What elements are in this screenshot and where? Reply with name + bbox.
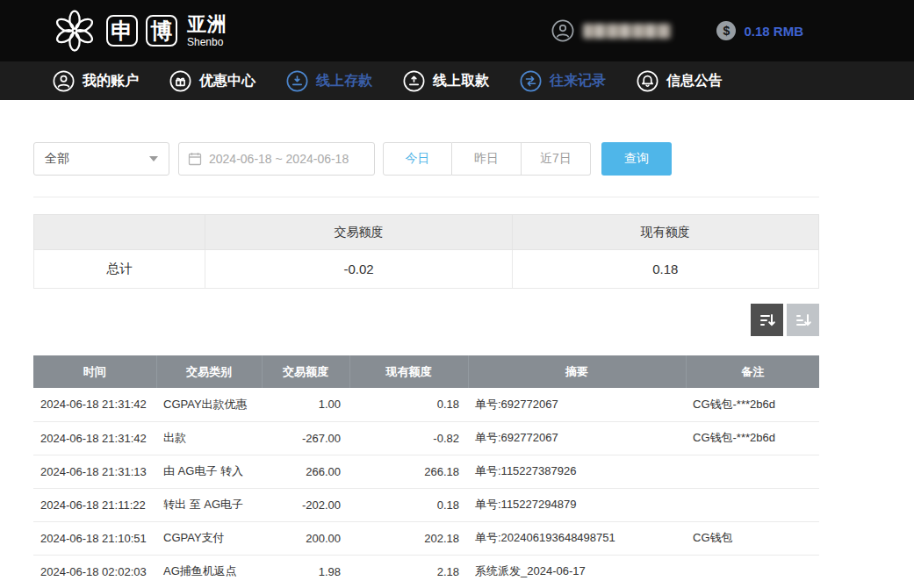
nav-label: 线上取款: [433, 72, 489, 90]
col-header-type: 交易类别: [156, 355, 262, 388]
table-cell: 2024-06-18 21:31:42: [33, 421, 156, 455]
yesterday-button[interactable]: 昨日: [452, 142, 522, 176]
table-cell: 单号:202406193648498751: [468, 521, 686, 555]
sort-ascending-button[interactable]: [787, 304, 819, 336]
table-row: 2024-06-18 21:31:42出款-267.00-0.82单号:6927…: [33, 421, 819, 455]
nav-label: 往来记录: [550, 72, 606, 90]
table-cell: 266.00: [262, 455, 349, 488]
brand-char-shen: 申: [106, 15, 138, 47]
table-cell: 转出 至 AG电子: [156, 488, 262, 521]
date-range-value: 2024-06-18 ~ 2024-06-18: [209, 152, 349, 166]
user-account[interactable]: [551, 19, 671, 42]
brand-subtitle: Shenbo: [187, 37, 227, 47]
top-header: 申 博 亚洲 Shenbo $ 0.18 RMB: [0, 0, 914, 61]
balance-amount: 0.18 RMB: [744, 24, 803, 39]
gift-icon: [169, 70, 191, 92]
brand-logo[interactable]: 申 博 亚洲 Shenbo: [51, 7, 227, 54]
date-range-input[interactable]: 2024-06-18 ~ 2024-06-18: [178, 142, 375, 176]
table-cell: -0.82: [349, 421, 468, 455]
transfer-arrows-icon: [520, 70, 542, 92]
brand-char-bo: 博: [146, 15, 177, 47]
nav-label: 优惠中心: [199, 72, 255, 90]
table-cell: AG捕鱼机返点: [156, 555, 262, 588]
masked-username: [583, 24, 671, 39]
nav-item-transaction-records[interactable]: 往来记录: [520, 70, 606, 92]
last-7-days-button[interactable]: 近7日: [522, 142, 591, 176]
calendar-icon: [188, 152, 202, 166]
type-filter-select[interactable]: 全部: [33, 142, 169, 176]
table-row: 2024-06-18 02:02:03AG捕鱼机返点1.982.18系统派发_2…: [33, 555, 819, 588]
table-cell: 系统派发_2024-06-17: [468, 555, 686, 588]
nav-label: 线上存款: [316, 72, 372, 90]
sort-descending-button[interactable]: [751, 304, 783, 336]
table-cell: 单号:115227387926: [468, 455, 686, 488]
table-cell: 1.98: [262, 555, 349, 588]
summary-transaction-amount: -0.02: [205, 250, 512, 289]
table-cell: [686, 455, 819, 488]
table-cell: 2024-06-18 21:31:13: [33, 455, 156, 488]
table-cell: [686, 555, 819, 588]
table-cell: 由 AG电子 转入: [156, 455, 262, 488]
table-cell: 出款: [156, 421, 262, 455]
summary-header-current-amount: 现有额度: [512, 215, 818, 250]
summary-header-transaction-amount: 交易额度: [205, 215, 512, 250]
quick-date-buttons: 今日 昨日 近7日: [383, 142, 591, 176]
table-cell: 单号:692772067: [468, 388, 686, 421]
deposit-icon: [286, 70, 308, 92]
dollar-coin-icon: $: [716, 21, 736, 40]
table-cell: 2024-06-18 21:11:22: [33, 488, 156, 521]
bell-icon: [637, 70, 659, 92]
table-row: 2024-06-18 21:11:22转出 至 AG电子-202.000.18单…: [33, 488, 819, 521]
withdraw-icon: [403, 70, 425, 92]
table-cell: 单号:115227294879: [468, 488, 686, 521]
table-cell: -267.00: [262, 421, 349, 455]
summary-total-row: 总计 -0.02 0.18: [34, 250, 819, 289]
table-cell: 266.18: [349, 455, 468, 488]
table-cell: CG钱包-***2b6d: [686, 388, 819, 421]
nav-item-my-account[interactable]: 我的账户: [53, 70, 139, 92]
col-header-current-amount: 现有额度: [349, 355, 468, 388]
table-cell: 单号:692772067: [468, 421, 686, 455]
table-cell: CG钱包-***2b6d: [686, 421, 819, 455]
summary-header-empty: [34, 215, 205, 250]
nav-item-announcements[interactable]: 信息公告: [637, 70, 723, 92]
table-row: 2024-06-18 21:31:13由 AG电子 转入266.00266.18…: [33, 455, 819, 488]
records-page: 全部 2024-06-18 ~ 2024-06-18 今日 昨日 近7日 查询 …: [33, 142, 819, 588]
user-icon: [551, 19, 574, 42]
col-header-time: 时间: [33, 355, 156, 388]
chevron-down-icon: [149, 156, 158, 161]
records-table-header-row: 时间 交易类别 交易额度 现有额度 摘要 备注: [33, 355, 819, 388]
table-cell: 2.18: [349, 555, 468, 588]
col-header-note: 备注: [686, 355, 819, 388]
nav-label: 我的账户: [83, 72, 139, 90]
today-button[interactable]: 今日: [383, 142, 452, 176]
col-header-summary: 摘要: [468, 355, 686, 388]
summary-table: 交易额度 现有额度 总计 -0.02 0.18: [33, 214, 819, 289]
table-cell: [686, 488, 819, 521]
table-cell: CGPAY支付: [156, 521, 262, 555]
filter-bar: 全部 2024-06-18 ~ 2024-06-18 今日 昨日 近7日 查询: [33, 142, 819, 197]
records-table-body: 2024-06-18 21:31:42CGPAY出款优惠1.000.18单号:6…: [33, 388, 819, 588]
table-cell: 0.18: [349, 488, 468, 521]
summary-total-label: 总计: [34, 250, 205, 289]
user-circle-icon: [53, 70, 75, 92]
nav-item-online-deposit[interactable]: 线上存款: [286, 70, 372, 92]
nav-item-promotions[interactable]: 优惠中心: [169, 70, 255, 92]
type-filter-value: 全部: [45, 151, 69, 167]
nav-item-online-withdrawal[interactable]: 线上取款: [403, 70, 489, 92]
table-cell: CGPAY出款优惠: [156, 388, 262, 421]
col-header-transaction-amount: 交易额度: [262, 355, 349, 388]
balance-display[interactable]: $ 0.18 RMB: [716, 21, 803, 40]
table-cell: 2024-06-18 02:02:03: [33, 555, 156, 588]
table-cell: -202.00: [262, 488, 349, 521]
table-row: 2024-06-18 21:10:51CGPAY支付200.00202.18单号…: [33, 521, 819, 555]
table-cell: 2024-06-18 21:10:51: [33, 521, 156, 555]
table-cell: 202.18: [349, 521, 468, 555]
table-cell: 200.00: [262, 521, 349, 555]
table-cell: 0.18: [349, 388, 468, 421]
sort-controls: [33, 304, 819, 336]
nav-label: 信息公告: [666, 72, 723, 90]
search-button[interactable]: 查询: [601, 142, 672, 176]
records-table: 时间 交易类别 交易额度 现有额度 摘要 备注 2024-06-18 21:31…: [33, 355, 819, 588]
table-cell: CG钱包: [686, 521, 819, 555]
